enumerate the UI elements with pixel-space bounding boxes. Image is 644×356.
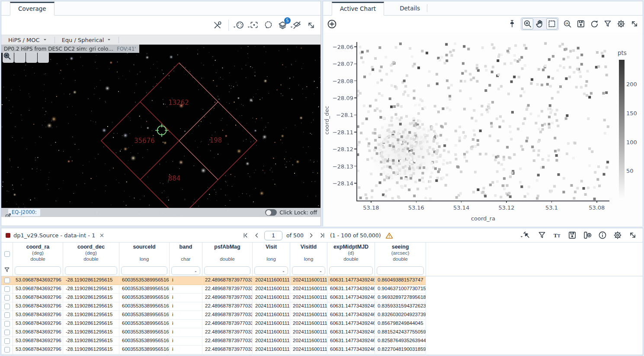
save-icon[interactable] <box>567 230 577 240</box>
row-checkbox[interactable] <box>4 321 10 327</box>
last-page-icon[interactable] <box>319 232 326 239</box>
recenter-icon[interactable] <box>249 20 259 30</box>
x-axis-title: coord_ra <box>453 215 513 222</box>
table-cell: 2024111600111 <box>290 285 327 294</box>
click-lock-toggle[interactable] <box>265 209 277 216</box>
column-header-seeing[interactable]: seeing(arcsec)double <box>375 243 426 265</box>
column-header-psfAbMag[interactable]: psfAbMagdouble <box>202 243 253 265</box>
next-page-icon[interactable] <box>308 232 315 239</box>
tab-active-chart[interactable]: Active Chart <box>332 2 384 16</box>
heatmap-canvas[interactable] <box>356 42 609 201</box>
table-row[interactable]: 53.09687843692796-28.1190286129561560035… <box>1 294 643 302</box>
y-tick-mark <box>354 166 356 167</box>
column-header-band[interactable]: bandchar <box>170 243 202 265</box>
prev-page-icon[interactable] <box>253 232 260 239</box>
filter-select-band[interactable] <box>171 266 200 275</box>
table-row[interactable]: 53.09687843692796-28.1190286129561560035… <box>1 346 643 354</box>
selector-hips-moc[interactable]: HiPS / MOC <box>1 35 54 45</box>
chart-plot-area[interactable]: coord_dec coord_ra pts −28.06 −28.07 −28… <box>323 32 643 227</box>
filter-input-coord_dec[interactable] <box>65 266 117 275</box>
select-all-checkbox[interactable] <box>4 251 10 257</box>
text-view-icon[interactable]: TT <box>552 230 562 240</box>
filter-input-expMidptMJD[interactable] <box>329 266 373 275</box>
colorbar-tick-label: 100 <box>626 139 637 145</box>
row-checkbox[interactable] <box>4 286 10 292</box>
column-header-expMidptMJD[interactable]: expMidptMJD(d)double <box>327 243 375 265</box>
expand-icon[interactable] <box>628 230 638 240</box>
table-row[interactable]: 53.09687843692796-28.1190286129561560035… <box>1 320 643 328</box>
close-table-icon[interactable]: × <box>98 232 105 239</box>
table-row[interactable]: 53.09687843692796-28.1190286129561560035… <box>1 285 643 294</box>
coverage-toolbar: 5 <box>1 16 320 35</box>
table-tab[interactable]: dp1_v29.Source - data-int - 1 × <box>1 232 109 239</box>
layers-icon[interactable]: 5 <box>278 20 288 30</box>
color-palette-icon[interactable] <box>235 20 245 30</box>
row-checkbox[interactable] <box>4 347 10 353</box>
save-icon[interactable] <box>576 19 586 29</box>
zoom-in-icon[interactable] <box>522 18 533 29</box>
pin-icon[interactable] <box>522 230 532 240</box>
filter-input-coord_ra[interactable] <box>15 266 61 275</box>
table-row[interactable]: 53.09687843692796-28.1190286129561560035… <box>1 302 643 311</box>
table-cell: 60631.14773439246 <box>327 311 375 320</box>
x-tick-mark <box>416 201 417 203</box>
layers-hide-icon[interactable] <box>292 20 302 30</box>
column-header-coord_ra[interactable]: coord_ra(deg)double <box>13 243 63 265</box>
zoom-fill-icon[interactable] <box>38 52 49 63</box>
table-row[interactable]: 53.09687843692796-28.1190286129561560035… <box>1 311 643 320</box>
sky-viewer[interactable]: 1326235676198884 DP0.2 HiPS from DESC DC… <box>1 45 320 217</box>
settings-icon[interactable] <box>616 19 626 29</box>
filter-select-VisitId[interactable] <box>292 266 325 275</box>
tab-details[interactable]: Details <box>393 2 427 16</box>
filter-select-Visit[interactable] <box>254 266 288 275</box>
zoom-out-icon[interactable] <box>14 52 26 63</box>
chart-toolbar: 1X <box>323 16 643 32</box>
tools-icon[interactable] <box>212 20 222 30</box>
chart-tabbar: Active ChartDetails <box>323 1 643 16</box>
selector-equ-spherical[interactable]: Equ / Spherical <box>55 35 119 45</box>
first-page-icon[interactable] <box>242 232 249 239</box>
table-cell: 600355353899565160 <box>119 285 170 294</box>
table-row[interactable]: 53.09687843692796-28.1190286129561560035… <box>1 337 643 346</box>
row-checkbox[interactable] <box>4 312 10 318</box>
filter-icon[interactable] <box>3 266 10 275</box>
settings-icon[interactable] <box>613 230 622 240</box>
pan-hand-icon[interactable] <box>534 18 545 29</box>
restore-icon[interactable] <box>590 19 599 29</box>
row-checkbox[interactable] <box>4 278 10 283</box>
zoom-1x-icon[interactable]: 1X <box>563 19 572 29</box>
tab-coverage[interactable]: Coverage <box>10 2 54 16</box>
filter-icon[interactable] <box>537 230 547 240</box>
select-area-icon[interactable] <box>546 18 557 29</box>
table-row[interactable]: 53.09687843692796-28.1190286129561560035… <box>1 276 643 285</box>
warning-icon[interactable] <box>385 231 394 240</box>
filter-input-seeing[interactable] <box>377 266 424 275</box>
column-header-Visit[interactable]: Visitlong <box>253 243 290 265</box>
expand-icon[interactable] <box>306 20 316 30</box>
filter-input-sourceId[interactable] <box>121 266 167 275</box>
page-number-input[interactable] <box>264 231 282 240</box>
table-row[interactable]: 53.09687843692796-28.1190286129561560035… <box>1 354 643 356</box>
info-icon[interactable] <box>598 230 607 240</box>
add-chart-button[interactable] <box>327 19 337 29</box>
lasso-select-icon[interactable] <box>263 20 273 30</box>
hips-info-chip: DP0.2 HiPS from DESC DC2 sim: gri colo… … <box>1 45 139 53</box>
column-header-coord_dec[interactable]: coord_dec(deg)double <box>63 243 119 265</box>
expand-icon[interactable] <box>630 19 639 29</box>
table-cell: 22.489687873977033 <box>202 276 253 285</box>
row-checkbox[interactable] <box>4 338 10 344</box>
zoom-fit-icon[interactable] <box>26 52 37 63</box>
add-column-icon[interactable] <box>583 230 592 240</box>
table-row[interactable]: 53.09687843692796-28.1190286129561560035… <box>1 328 643 337</box>
filter-input-psfAbMag[interactable] <box>204 266 250 275</box>
row-checkbox[interactable] <box>4 330 10 335</box>
table-cell: 0.860493881573747 <box>375 276 426 285</box>
row-checkbox[interactable] <box>4 304 10 309</box>
column-header-sourceId[interactable]: sourceIdlong <box>119 243 170 265</box>
column-header-VisitId[interactable]: VisitIdlong <box>290 243 327 265</box>
pin-icon[interactable] <box>507 19 517 29</box>
x-tick-mark <box>506 201 507 203</box>
row-checkbox[interactable] <box>4 295 10 301</box>
filter-icon[interactable] <box>603 19 612 29</box>
table-cell: 60631.14773439246 <box>327 328 375 337</box>
